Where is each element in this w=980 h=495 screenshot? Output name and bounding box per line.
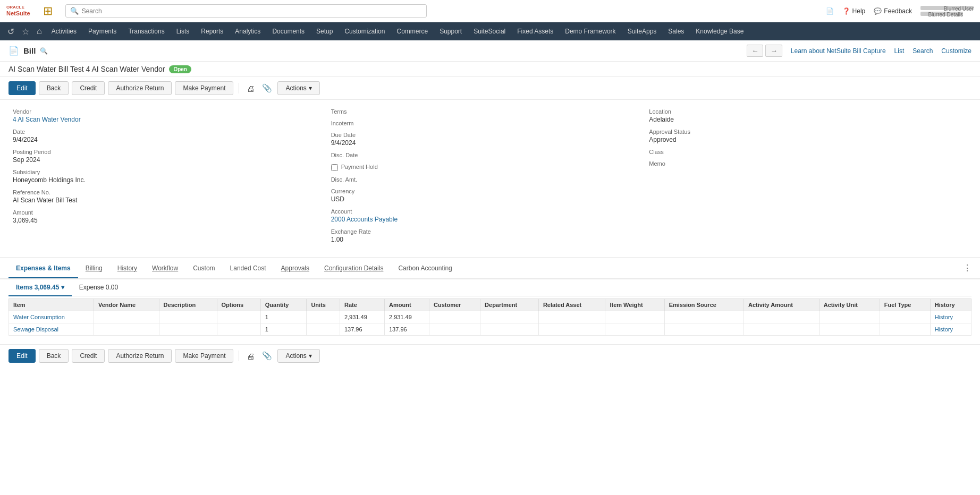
page-title: Bill [23, 46, 36, 55]
nav-reports[interactable]: Reports [196, 24, 229, 38]
search-link[interactable]: Search [913, 47, 933, 55]
nav-customization[interactable]: Customization [339, 24, 390, 38]
help-link[interactable]: ❓ Help [842, 7, 866, 15]
tab-carbon-accounting[interactable]: Carbon Accounting [391, 259, 459, 278]
status-badge: Open [169, 65, 191, 73]
items-table: Item Vendor Name Description Options Qua… [9, 298, 971, 336]
next-record-button[interactable]: → [765, 45, 782, 57]
table-cell [605, 311, 664, 323]
search-input[interactable] [82, 7, 422, 15]
prev-record-button[interactable]: ← [747, 45, 763, 57]
authorize-return-button-bottom[interactable]: Authorize Return [108, 349, 172, 363]
table-cell[interactable]: History [930, 323, 971, 336]
table-cell[interactable]: Water Consumption [9, 311, 94, 323]
col-rate: Rate [340, 299, 384, 311]
star-icon[interactable]: ☆ [19, 24, 32, 39]
search-bar[interactable]: 🔍 [65, 4, 427, 18]
account-value[interactable]: 2000 Accounts Payable [331, 216, 398, 223]
tab-expenses-items[interactable]: Expenses & Items [9, 259, 78, 278]
credit-button[interactable]: Credit [72, 81, 105, 95]
nav-documents[interactable]: Documents [267, 24, 310, 38]
netsuite-icon: ⊞ [43, 4, 53, 18]
form-col-right: Location Adelaide Approval Status Approv… [649, 108, 967, 249]
feedback-link[interactable]: 💬 Feedback [874, 7, 912, 15]
tab-landed-cost[interactable]: Landed Cost [223, 259, 274, 278]
table-cell: 137.96 [340, 323, 384, 336]
nav-analytics[interactable]: Analytics [230, 24, 266, 38]
table-cell [159, 311, 217, 323]
col-units: Units [307, 299, 340, 311]
subtab-expense[interactable]: Expense 0.00 [72, 279, 125, 296]
nav-knowledge-base[interactable]: Knowledge Base [690, 24, 749, 38]
col-vendor-name: Vendor Name [94, 299, 159, 311]
nav-suiteapps[interactable]: SuiteApps [622, 24, 662, 38]
learn-link[interactable]: Learn about NetSuite Bill Capture [791, 47, 886, 55]
bill-icon: 📄 [9, 46, 19, 56]
nav-lists[interactable]: Lists [171, 24, 195, 38]
attach-icon[interactable]: 📎 [260, 81, 274, 95]
make-payment-button-bottom[interactable]: Make Payment [175, 349, 233, 363]
nav-payments[interactable]: Payments [83, 24, 122, 38]
table-cell[interactable]: Sewage Disposal [9, 323, 94, 336]
top-bar-right: 📄 ❓ Help 💬 Feedback Blurred User Blurred… [826, 6, 974, 16]
customize-link[interactable]: Customize [941, 47, 971, 55]
nav-setup[interactable]: Setup [311, 24, 338, 38]
subtab-items[interactable]: Items 3,069.45 ▾ [9, 279, 72, 296]
col-description: Description [159, 299, 217, 311]
nav-support[interactable]: Support [434, 24, 467, 38]
posting-period-row: Posting Period Sep 2024 [13, 149, 323, 164]
actions-button[interactable]: Actions ▾ [277, 81, 319, 95]
location-label: Location [649, 108, 959, 115]
back-nav-icon[interactable]: ↺ [4, 24, 18, 39]
authorize-return-button[interactable]: Authorize Return [108, 81, 172, 95]
table-cell[interactable]: History [930, 311, 971, 323]
edit-button[interactable]: Edit [9, 81, 36, 95]
table-cell [880, 323, 930, 336]
back-button[interactable]: Back [39, 81, 69, 95]
table-cell [538, 311, 605, 323]
tab-history[interactable]: History [110, 259, 145, 278]
home-icon[interactable]: ⌂ [33, 24, 45, 38]
credit-button-bottom[interactable]: Credit [72, 349, 105, 363]
class-row: Class [649, 149, 959, 155]
nav-activities[interactable]: Activities [46, 24, 82, 38]
print-icon-bottom[interactable]: 🖨 [244, 349, 257, 363]
page-search-icon[interactable]: 🔍 [40, 47, 48, 55]
tab-workflow[interactable]: Workflow [145, 259, 185, 278]
user-info: Blurred User Blurred Details [920, 6, 974, 16]
payment-hold-checkbox[interactable] [331, 164, 338, 171]
tab-billing[interactable]: Billing [78, 259, 110, 278]
back-button-bottom[interactable]: Back [39, 349, 69, 363]
exchange-rate-row: Exchange Rate 1.00 [331, 228, 641, 243]
page-title-area: 📄 Bill 🔍 [9, 46, 48, 56]
make-payment-button[interactable]: Make Payment [175, 81, 233, 95]
tabs-more-icon[interactable]: ⋮ [963, 258, 971, 278]
table-cell [217, 311, 260, 323]
list-link[interactable]: List [894, 47, 905, 55]
col-item: Item [9, 299, 94, 311]
exchange-rate-value: 1.00 [331, 236, 641, 243]
table-cell [307, 323, 340, 336]
tab-custom[interactable]: Custom [185, 259, 222, 278]
nav-fixed-assets[interactable]: Fixed Assets [512, 24, 559, 38]
vendor-label: Vendor [13, 108, 323, 115]
nav-transactions[interactable]: Transactions [123, 24, 170, 38]
incoterm-row: Incoterm [331, 120, 641, 126]
print-icon[interactable]: 🖨 [244, 82, 257, 95]
table-cell [819, 311, 880, 323]
table-cell [94, 311, 159, 323]
nav-demo-framework[interactable]: Demo Framework [560, 24, 621, 38]
class-label: Class [649, 149, 959, 155]
table-cell [744, 323, 819, 336]
doc-icon-link[interactable]: 📄 [826, 7, 834, 15]
tab-approvals[interactable]: Approvals [274, 259, 317, 278]
tab-configuration-details[interactable]: Configuration Details [317, 259, 391, 278]
nav-commerce[interactable]: Commerce [391, 24, 433, 38]
nav-suitesocial[interactable]: SuiteSocial [468, 24, 511, 38]
attach-icon-bottom[interactable]: 📎 [260, 349, 274, 363]
nav-sales[interactable]: Sales [663, 24, 689, 38]
actions-button-bottom[interactable]: Actions ▾ [277, 349, 319, 363]
amount-label: Amount [13, 209, 323, 216]
vendor-value[interactable]: 4 AI Scan Water Vendor [13, 116, 81, 123]
edit-button-bottom[interactable]: Edit [9, 349, 36, 363]
